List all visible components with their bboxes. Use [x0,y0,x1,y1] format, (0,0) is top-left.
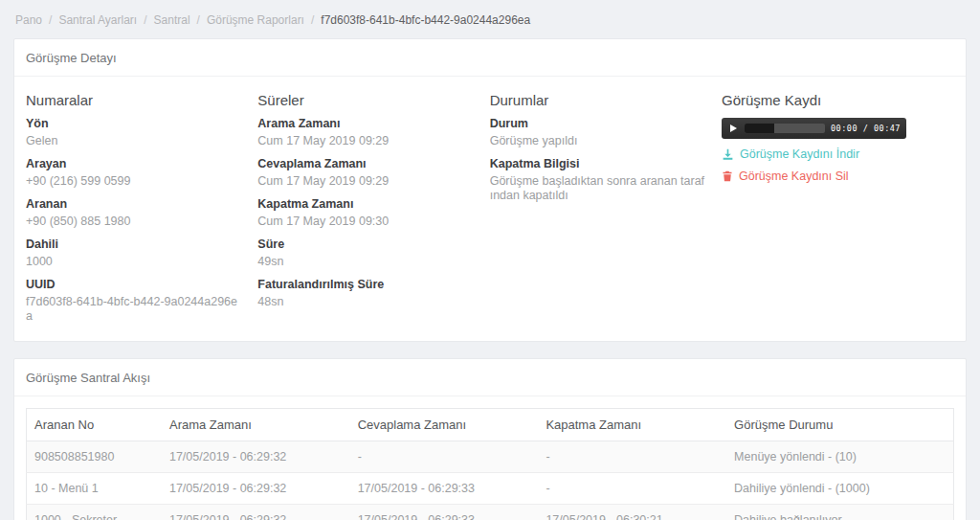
play-icon [728,122,738,136]
field-label: UUID [26,278,242,292]
table-cell: Dahiliye yönlendi - (1000) [726,473,953,505]
audio-time: 00:00 / 00:47 [831,124,901,133]
field: Kapatma BilgisiGörüşme başladıktan sonra… [490,157,706,203]
detail-column: NumaralarYönGelenArayan+90 (216) 599 059… [26,89,257,324]
field-value: Cum 17 May 2019 09:29 [257,174,474,189]
download-recording-link[interactable]: Görüşme Kaydını İndir [722,147,954,161]
call-detail-panel: Görüşme Detayı NumaralarYönGelenArayan+9… [13,38,967,342]
breadcrumb-separator: / [311,13,314,27]
field-value: +90 (216) 599 0599 [26,174,242,189]
column-header: Arama Zamanı [162,409,350,441]
field: Cevaplama ZamanıCum 17 May 2019 09:29 [257,157,474,189]
table-cell: 17/05/2019 - 06:29:32 [162,505,350,520]
section-heading-recording: Görüşme Kaydı [722,92,954,108]
table-cell: Menüye yönlendi - (10) [726,441,953,473]
field-label: Kapatma Bilgisi [490,157,706,171]
detail-column: SürelerArama ZamanıCum 17 May 2019 09:29… [257,89,489,324]
table-row: 90850885198017/05/2019 - 06:29:32--Menüy… [27,441,954,473]
field-value: +90 (850) 885 1980 [26,215,242,229]
column-header: Cevaplama Zamanı [350,409,539,441]
field: Kapatma ZamanıCum 17 May 2019 09:30 [257,197,474,229]
field-value: Cum 17 May 2019 09:29 [257,134,474,148]
breadcrumb-current: f7d603f8-641b-4bfc-b442-9a0244a296ea [321,13,530,27]
field-value: Görüşme yapıldı [490,134,706,148]
recording-column: Görüşme Kaydı 00:00 / 00:47 [722,89,954,324]
panel-title-call-detail: Görüşme Detayı [14,39,966,77]
table-cell: 17/05/2019 - 06:29:32 [162,441,350,473]
field-label: Süre [257,237,474,252]
table-cell: 908508851980 [27,441,162,473]
flow-table: Aranan NoArama ZamanıCevaplama ZamanıKap… [26,408,954,520]
audio-progress-fill [745,124,774,133]
field-label: Aranan [26,197,242,212]
delete-recording-link[interactable]: Görüşme Kaydını Sil [722,170,954,183]
table-cell: 1000 - Sekreter [27,505,162,520]
audio-player: 00:00 / 00:47 [722,118,906,139]
field: Aranan+90 (850) 885 1980 [26,197,242,229]
table-cell: - [538,441,726,473]
table-cell: - [350,441,539,473]
breadcrumb-separator: / [197,13,200,27]
call-flow-panel: Görüşme Santral Akışı Aranan NoArama Zam… [13,358,967,520]
table-cell: Dahiliye bağlanılıyor [726,505,953,520]
column-header: Görüşme Durumu [726,409,953,441]
table-cell: 17/05/2019 - 06:30:21 [538,505,726,520]
column-header: Kapatma Zamanı [538,409,726,441]
field-value: Cum 17 May 2019 09:30 [257,215,474,229]
field-value: 49sn [257,255,474,269]
field-label: Arayan [26,157,242,171]
field-label: Kapatma Zamanı [257,197,474,212]
field-value: 1000 [26,255,242,269]
trash-icon [722,170,733,182]
table-cell: 17/05/2019 - 06:29:32 [162,473,350,505]
field: Süre49sn [257,237,474,269]
flow-table-body: 90850885198017/05/2019 - 06:29:32--Menüy… [27,441,954,520]
download-recording-label: Görüşme Kaydını İndir [740,147,859,161]
field: UUIDf7d603f8-641b-4bfc-b442-9a0244a296ea [26,278,242,324]
field-label: Arama Zamanı [257,117,474,131]
delete-recording-label: Görüşme Kaydını Sil [739,170,849,183]
breadcrumb: Pano/Santral Ayarları/Santral/Görüşme Ra… [13,0,967,38]
play-button[interactable] [725,121,741,136]
field: DurumGörüşme yapıldı [490,117,706,148]
field: YönGelen [26,117,242,148]
field: Arama ZamanıCum 17 May 2019 09:29 [257,117,474,148]
table-cell: 17/05/2019 - 06:29:33 [350,505,539,520]
breadcrumb-link[interactable]: Görüşme Raporları [207,13,304,27]
field-label: Yön [26,117,242,131]
table-cell: 10 - Menü 1 [27,473,162,505]
field: Faturalandırılmış Süre48sn [257,278,474,309]
page: Pano/Santral Ayarları/Santral/Görüşme Ra… [0,0,980,520]
section-heading: Numaralar [26,92,242,108]
field-label: Faturalandırılmış Süre [257,278,474,292]
field-value: Görüşme başladıktan sonra aranan tarafın… [490,174,706,203]
download-icon [722,148,734,161]
detail-column: DurumlarDurumGörüşme yapıldıKapatma Bilg… [490,89,722,324]
table-row: 10 - Menü 117/05/2019 - 06:29:3217/05/20… [27,473,954,505]
section-heading: Süreler [257,92,474,108]
field: Dahili1000 [26,237,242,269]
breadcrumb-separator: / [49,13,52,27]
field: Arayan+90 (216) 599 0599 [26,157,242,189]
panel-title-call-flow: Görüşme Santral Akışı [14,359,966,396]
field-value: f7d603f8-641b-4bfc-b442-9a0244a296ea [26,295,242,324]
field-value: Gelen [26,134,242,148]
flow-table-head-row: Aranan NoArama ZamanıCevaplama ZamanıKap… [27,409,954,441]
section-heading: Durumlar [490,92,706,108]
field-label: Cevaplama Zamanı [257,157,474,171]
field-label: Durum [490,117,706,131]
audio-progress-bar[interactable] [745,124,825,133]
breadcrumb-link[interactable]: Pano [15,13,42,27]
column-header: Aranan No [27,409,162,441]
table-row: 1000 - Sekreter17/05/2019 - 06:29:3217/0… [27,505,954,520]
flow-table-wrap: Aranan NoArama ZamanıCevaplama ZamanıKap… [14,396,966,520]
breadcrumb-link[interactable]: Santral Ayarları [58,13,137,27]
field-value: 48sn [257,295,474,309]
table-cell: - [538,473,726,505]
breadcrumb-link[interactable]: Santral [154,13,190,27]
table-cell: 17/05/2019 - 06:29:33 [350,473,539,505]
detail-columns-row: NumaralarYönGelenArayan+90 (216) 599 059… [14,77,966,341]
field-label: Dahili [26,237,242,252]
breadcrumb-separator: / [144,13,146,27]
